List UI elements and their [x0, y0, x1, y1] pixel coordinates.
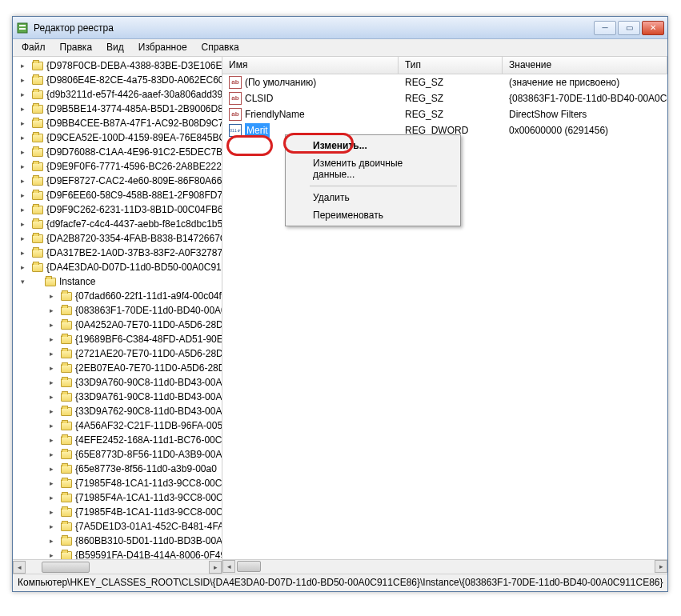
- tree-key[interactable]: {D9B5BE14-3774-485A-B5D1-2B9006D8D: [13, 102, 222, 116]
- folder-icon: [61, 350, 72, 358]
- tree-key[interactable]: ▸{71985F4A-1CA1-11d3-9CC8-00C0: [13, 490, 222, 505]
- folder-icon: [61, 450, 72, 459]
- menu-file[interactable]: Файл: [14, 39, 53, 56]
- col-type[interactable]: Тип: [399, 57, 503, 74]
- menu-item-delete[interactable]: Удалить: [287, 189, 459, 206]
- menu-view[interactable]: Вид: [99, 39, 131, 56]
- tree-key[interactable]: ▸{33D9A761-90C8-11d0-BD43-00A0: [13, 390, 222, 404]
- tree-key[interactable]: {D978F0CB-DEBA-4388-83BE-D3E106E02A: [13, 58, 222, 73]
- minimize-button[interactable]: ─: [594, 21, 616, 35]
- scroll-left-icon[interactable]: ◂: [222, 560, 235, 573]
- tree-key[interactable]: {d9facfe7-c4c4-4437-aebb-f8e1c8dbc1b5: [13, 217, 222, 231]
- registry-editor-window: Редактор реестра ─ ▭ ✕ Файл Правка Вид И…: [12, 16, 668, 592]
- folder-icon: [61, 393, 72, 402]
- value-type: REG_SZ: [399, 75, 503, 90]
- menu-item-modify-binary[interactable]: Изменить двоичные данные...: [287, 154, 459, 183]
- tree-key[interactable]: {D9806E4E-82CE-4a75-83D0-A062EC6053: [13, 73, 222, 87]
- value-name: FriendlyName: [245, 107, 305, 122]
- folder-icon: [61, 508, 72, 517]
- listview-row[interactable]: FriendlyNameREG_SZDirectShow Filters: [222, 106, 667, 122]
- tree-key[interactable]: ▸{2721AE20-7E70-11D0-A5D6-28DE: [13, 346, 222, 361]
- value-data: DirectShow Filters: [503, 107, 667, 122]
- svg-rect-1: [19, 25, 26, 26]
- tree-key[interactable]: ▸{19689BF6-C384-48FD-AD51-90E5: [13, 332, 222, 346]
- tree-key[interactable]: ▸{083863F1-70DE-11d0-BD40-00A0: [13, 303, 222, 318]
- tree-key[interactable]: {D9F6EE60-58C9-458B-88E1-2F908FD7F87: [13, 188, 222, 202]
- tree-key[interactable]: ▸{2EB07EA0-7E70-11D0-A5D6-28DE: [13, 361, 222, 375]
- listview-hscroll[interactable]: ◂ ▸: [222, 559, 667, 574]
- tree-key[interactable]: {DA317BE2-1A0D-37B3-83F2-A0F32787FC: [13, 246, 222, 260]
- maximize-button[interactable]: ▭: [618, 21, 640, 35]
- folder-icon: [32, 76, 43, 85]
- dword-value-icon: [229, 124, 242, 137]
- tree-key-instance[interactable]: Instance: [13, 274, 222, 289]
- value-data: 0x00600000 (6291456): [503, 123, 667, 138]
- menu-edit[interactable]: Правка: [53, 39, 100, 56]
- menu-item-rename[interactable]: Переименовать: [287, 206, 459, 224]
- folder-icon: [61, 407, 72, 416]
- tree-key[interactable]: {d9b3211d-e57f-4426-aaef-30a806add397: [13, 87, 222, 102]
- menu-favorites[interactable]: Избранное: [131, 39, 194, 56]
- folder-icon: [61, 321, 72, 330]
- folder-icon: [32, 162, 43, 171]
- value-name: (По умолчанию): [245, 75, 316, 90]
- tree-key[interactable]: ▸{7A5DE1D3-01A1-452C-B481-4FA: [13, 519, 222, 534]
- folder-icon: [61, 335, 72, 344]
- folder-icon: [32, 62, 43, 70]
- tree-key[interactable]: {DA4E3DA0-D07D-11d0-BD50-00A0C911C: [13, 260, 222, 274]
- menu-help[interactable]: Справка: [194, 39, 246, 56]
- tree-key[interactable]: {DA2B8720-3354-4FAB-B838-B1472667C5: [13, 231, 222, 246]
- tree-key[interactable]: {D9EF8727-CAC2-4e60-809E-86F80A6666: [13, 174, 222, 188]
- folder-icon: [32, 220, 43, 229]
- tree-hscroll[interactable]: ◂ ▸: [13, 559, 222, 574]
- listview-row[interactable]: CLSIDREG_SZ{083863F1-70DE-11d0-BD40-00A0…: [222, 90, 667, 106]
- menubar: Файл Правка Вид Избранное Справка: [13, 39, 667, 57]
- tree-key[interactable]: {D9CEA52E-100D-4159-89EA-76E845BC13: [13, 130, 222, 145]
- string-value-icon: [229, 76, 242, 89]
- tree-key[interactable]: ▸{860BB310-5D01-11d0-BD3B-00A0: [13, 534, 222, 548]
- col-name[interactable]: Имя: [222, 57, 399, 74]
- statusbar: Компьютер\HKEY_CLASSES_ROOT\CLSID\{DA4E3…: [13, 574, 667, 591]
- listview-row[interactable]: (По умолчанию)REG_SZ(значение не присвое…: [222, 74, 667, 90]
- menu-item-modify[interactable]: Изменить...: [287, 137, 459, 154]
- folder-icon: [32, 234, 43, 243]
- tree-pane[interactable]: {D978F0CB-DEBA-4388-83BE-D3E106E02A{D980…: [13, 57, 222, 574]
- tree-key[interactable]: ▸{33D9A760-90C8-11d0-BD43-00A0: [13, 375, 222, 390]
- tree-key[interactable]: {D9E9F0F6-7771-4596-BC26-2A8BE222CB: [13, 159, 222, 174]
- tree-key[interactable]: ▸{0A4252A0-7E70-11D0-A5D6-28DE: [13, 318, 222, 332]
- folder-icon: [32, 119, 43, 128]
- tree-key[interactable]: {D9BB4CEE-B87A-47F1-AC92-B08D9C781: [13, 116, 222, 130]
- tree-key[interactable]: ▸{B59591FA-D41B-414A-8006-0F49: [13, 548, 222, 559]
- folder-icon: [45, 278, 56, 286]
- tree-key[interactable]: ▸{4A56AF32-C21F-11DB-96FA-0050: [13, 418, 222, 433]
- close-button[interactable]: ✕: [642, 21, 664, 35]
- titlebar[interactable]: Редактор реестра ─ ▭ ✕: [13, 17, 667, 39]
- tree-key[interactable]: {D9F9C262-6231-11D3-8B1D-00C04FB6BB: [13, 202, 222, 217]
- folder-icon: [61, 522, 72, 531]
- folder-icon: [61, 479, 72, 488]
- folder-icon: [61, 306, 72, 315]
- menu-separator: [310, 186, 457, 186]
- scroll-right-icon[interactable]: ▸: [209, 561, 222, 574]
- tree-key[interactable]: {D9D76088-C1AA-4E96-91C2-E5DEC7B28: [13, 145, 222, 159]
- folder-icon: [32, 148, 43, 157]
- tree-key[interactable]: ▸{07dad660-22f1-11d1-a9f4-00c04f: [13, 289, 222, 303]
- listview-header[interactable]: Имя Тип Значение: [222, 57, 667, 74]
- scroll-right-icon[interactable]: ▸: [655, 560, 667, 573]
- svg-rect-2: [19, 28, 26, 30]
- col-value[interactable]: Значение: [503, 57, 667, 74]
- folder-icon: [61, 422, 72, 430]
- tree-key[interactable]: ▸{71985F4B-1CA1-11d3-9CC8-00C0: [13, 505, 222, 519]
- tree-key[interactable]: ▸{4EFE2452-168A-11d1-BC76-00C0: [13, 433, 222, 447]
- window-title: Редактор реестра: [34, 22, 594, 34]
- scroll-thumb[interactable]: [42, 562, 90, 573]
- folder-icon: [61, 436, 72, 445]
- scroll-left-icon[interactable]: ◂: [13, 561, 26, 574]
- value-name: Merit: [245, 123, 270, 138]
- tree-key[interactable]: ▸{65e8773e-8f56-11d0-a3b9-00a0: [13, 462, 222, 476]
- tree-key[interactable]: ▸{71985F48-1CA1-11d3-9CC8-00C0: [13, 476, 222, 490]
- scroll-thumb[interactable]: [237, 561, 261, 572]
- value-data: (значение не присвоено): [503, 75, 667, 90]
- tree-key[interactable]: ▸{65E8773D-8F56-11D0-A3B9-00A0: [13, 447, 222, 462]
- tree-key[interactable]: ▸{33D9A762-90C8-11d0-BD43-00A0: [13, 404, 222, 418]
